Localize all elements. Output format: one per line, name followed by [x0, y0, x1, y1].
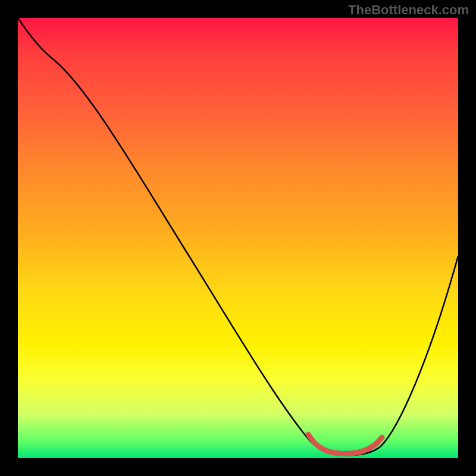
- optimal-range-marker: [308, 434, 382, 453]
- chart-svg: [18, 18, 458, 458]
- chart-plot-area: [18, 18, 458, 458]
- watermark-text: TheBottleneck.com: [348, 2, 469, 18]
- bottleneck-curve: [18, 18, 458, 455]
